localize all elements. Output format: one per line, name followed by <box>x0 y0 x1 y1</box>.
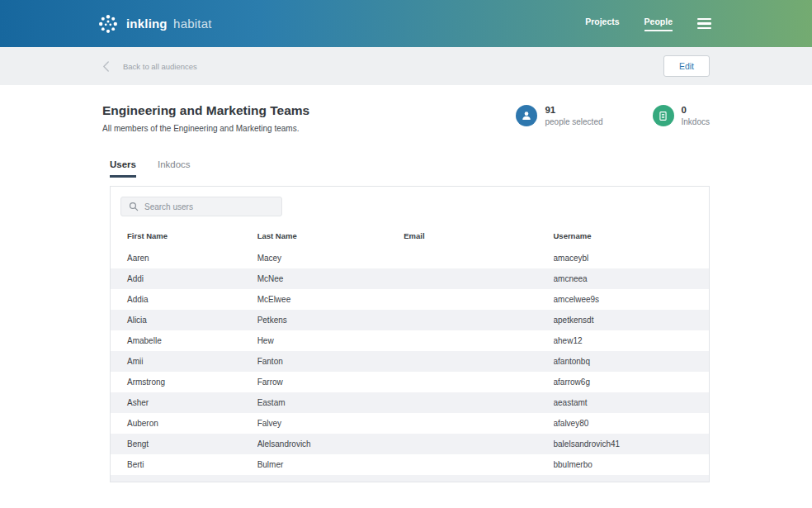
cell-username: amcneea <box>554 268 710 289</box>
tab-users[interactable]: Users <box>110 159 136 178</box>
inkdocs-text: 0 Inkdocs <box>682 105 710 126</box>
cell-email <box>404 475 553 482</box>
cell-email <box>404 268 553 289</box>
title-block: Engineering and Marketing Teams All memb… <box>102 103 309 133</box>
card-toolbar <box>111 187 709 225</box>
cell-last-name: McElwee <box>257 289 404 310</box>
cell-username: bbulmerbo <box>554 454 710 475</box>
cell-first-name: Amabelle <box>111 330 257 351</box>
search-box <box>120 197 282 216</box>
cell-last-name: Hew <box>257 330 404 351</box>
cell-username: amaceybl <box>554 248 710 268</box>
table-row[interactable]: Bren Barns bbarnsh0 <box>111 475 709 482</box>
tab-inkdocs[interactable]: Inkdocs <box>158 159 191 178</box>
table-row[interactable]: Alicia Petkens apetkensdt <box>111 310 709 330</box>
table-row[interactable]: Bengt Alelsandrovich balelsandrovich41 <box>111 434 709 454</box>
cell-email <box>404 289 553 310</box>
table-row[interactable]: Amabelle Hew ahew12 <box>111 330 709 351</box>
cell-last-name: Eastam <box>257 392 404 413</box>
cell-email <box>404 330 553 351</box>
cell-username: apetkensdt <box>554 310 710 330</box>
search-users-input[interactable] <box>144 202 274 211</box>
page-subtitle: All members of the Engineering and Marke… <box>102 124 309 133</box>
cell-username: aeastamt <box>554 392 710 413</box>
inkdocs-label: Inkdocs <box>682 117 710 126</box>
cell-last-name: Bulmer <box>257 454 404 475</box>
cell-first-name: Addi <box>111 268 257 289</box>
logo-habitat: habitat <box>173 17 211 31</box>
people-selected-text: 91 people selected <box>545 105 602 126</box>
inkdoc-icon <box>653 105 674 126</box>
cell-username: ahew12 <box>554 330 710 351</box>
cell-email <box>404 310 553 330</box>
main-content: Engineering and Marketing Teams All memb… <box>0 85 812 482</box>
cell-username: balelsandrovich41 <box>554 434 710 454</box>
cell-last-name: Macey <box>257 248 404 268</box>
person-icon <box>516 105 537 126</box>
users-table-header: First Name Last Name Email Username <box>111 225 709 248</box>
table-row[interactable]: Auberon Falvey afalvey80 <box>111 413 709 434</box>
cell-username: amcelwee9s <box>554 289 710 310</box>
users-table-body: Aaren Macey amaceybl Addi McNee amcneea … <box>111 248 709 482</box>
cell-last-name: Fanton <box>257 351 404 372</box>
cell-last-name: McNee <box>257 268 404 289</box>
users-card: First Name Last Name Email Username Aare… <box>110 186 710 482</box>
logo-inkling: inkling <box>126 17 168 31</box>
people-selected-count: 91 <box>545 105 602 115</box>
cell-last-name: Falvey <box>257 413 404 434</box>
table-row[interactable]: Armstrong Farrow afarrow6g <box>111 372 709 392</box>
cell-last-name: Barns <box>257 475 404 482</box>
edit-button[interactable]: Edit <box>663 55 710 77</box>
column-header-username: Username <box>554 225 710 248</box>
nav-people[interactable]: People <box>644 17 673 31</box>
top-bar: inkling habitat Projects People <box>0 0 812 47</box>
top-navigation: Projects People <box>585 16 711 32</box>
column-header-first-name: First Name <box>111 225 257 248</box>
sub-header: Back to all audiences Edit <box>0 47 812 85</box>
cell-email <box>404 434 553 454</box>
cell-username: bbarnsh0 <box>554 475 710 482</box>
people-selected-label: people selected <box>545 117 602 126</box>
cell-last-name: Alelsandrovich <box>257 434 404 454</box>
inkdocs-stat: 0 Inkdocs <box>653 105 710 126</box>
cell-email <box>404 248 553 268</box>
cell-first-name: Bren <box>111 475 257 482</box>
table-row[interactable]: Addia McElwee amcelwee9s <box>111 289 709 310</box>
table-row[interactable]: Asher Eastam aeastamt <box>111 392 709 413</box>
cell-email <box>404 351 553 372</box>
audience-stats: 91 people selected 0 Inkdocs <box>516 103 710 126</box>
title-row: Engineering and Marketing Teams All memb… <box>102 103 710 133</box>
cell-first-name: Auberon <box>111 413 257 434</box>
back-to-audiences-link[interactable]: Back to all audiences <box>102 60 197 73</box>
inkdocs-count: 0 <box>682 105 710 115</box>
column-header-email: Email <box>404 225 553 248</box>
cell-first-name: Armstrong <box>111 372 257 392</box>
table-row[interactable]: Addi McNee amcneea <box>111 268 709 289</box>
cell-last-name: Farrow <box>257 372 404 392</box>
tab-bar: Users Inkdocs <box>110 159 710 178</box>
back-link-label: Back to all audiences <box>123 62 197 71</box>
menu-icon[interactable] <box>697 16 711 32</box>
table-row[interactable]: Aaren Macey amaceybl <box>111 248 709 268</box>
cell-username: afarrow6g <box>554 372 710 392</box>
nav-projects[interactable]: Projects <box>585 17 619 31</box>
column-header-last-name: Last Name <box>257 225 404 248</box>
inkling-habitat-logo[interactable]: inkling habitat <box>97 13 212 35</box>
cell-first-name: Aaren <box>111 248 257 268</box>
cell-username: afantonbq <box>554 351 710 372</box>
cell-email <box>404 454 553 475</box>
cell-first-name: Amii <box>111 351 257 372</box>
table-row[interactable]: Berti Bulmer bbulmerbo <box>111 454 709 475</box>
cell-first-name: Alicia <box>111 310 257 330</box>
cell-email <box>404 413 553 434</box>
logo-text: inkling habitat <box>126 17 212 31</box>
cell-first-name: Addia <box>111 289 257 310</box>
cell-last-name: Petkens <box>257 310 404 330</box>
cell-email <box>404 392 553 413</box>
page-title: Engineering and Marketing Teams <box>102 103 309 118</box>
cell-first-name: Berti <box>111 454 257 475</box>
chevron-left-icon <box>102 60 110 73</box>
people-selected-stat: 91 people selected <box>516 105 602 126</box>
cell-email <box>404 372 553 392</box>
table-row[interactable]: Amii Fanton afantonbq <box>111 351 709 372</box>
